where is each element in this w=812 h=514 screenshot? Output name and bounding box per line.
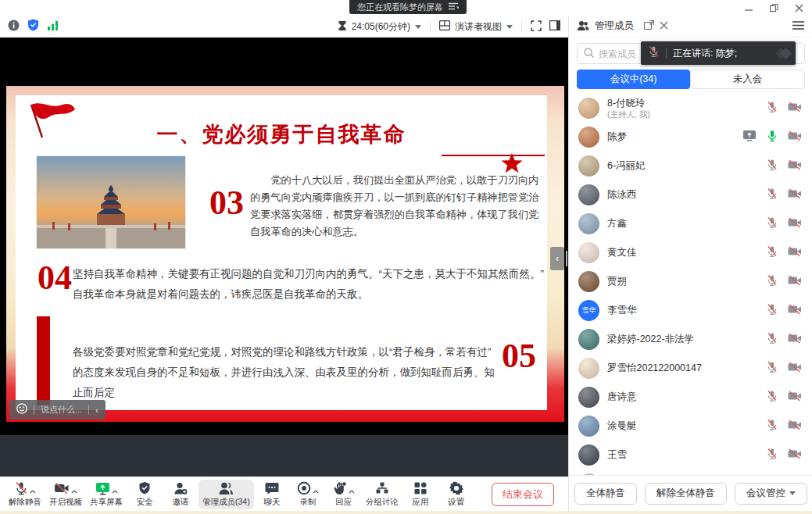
record-icon: [297, 481, 311, 498]
member-name: 8-付晓玲: [607, 98, 650, 109]
meeting-control-button[interactable]: 会议管控: [735, 483, 807, 505]
toolbar-reactions[interactable]: 回应: [326, 480, 362, 509]
search-icon: [584, 47, 594, 61]
member-list[interactable]: 8-付晓玲 (主持人, 我) 陈梦 6-冯丽妃 陈泳西 方鑫: [569, 94, 812, 478]
collapse-chat-icon[interactable]: ‹: [95, 405, 98, 415]
fullscreen-icon[interactable]: [531, 20, 542, 34]
mic-muted-icon[interactable]: [767, 332, 778, 348]
speaking-tooltip: 正在讲话: 陈梦;: [641, 41, 796, 65]
network-signal-icon[interactable]: [47, 20, 59, 34]
mic-on-icon[interactable]: [767, 130, 778, 145]
member-row[interactable]: 8-付晓玲 (主持人, 我): [569, 94, 812, 123]
toolbar-manage-members[interactable]: 管理成员(34): [199, 480, 254, 509]
camera-off-icon[interactable]: [788, 130, 802, 145]
toolbar-invite[interactable]: 邀请: [163, 480, 199, 509]
mic-muted-icon[interactable]: [767, 419, 778, 434]
toolbar-security[interactable]: 安全: [127, 480, 163, 509]
mic-muted-icon[interactable]: [767, 159, 778, 174]
camera-off-icon[interactable]: [788, 217, 802, 231]
view-mode-selector[interactable]: 演讲者视图: [455, 20, 502, 34]
camera-off-icon[interactable]: [788, 333, 802, 347]
member-status-icons: [767, 274, 802, 290]
toolbar-start-video[interactable]: 开启视频: [45, 480, 86, 509]
member-row[interactable]: 陈泳西: [569, 180, 812, 209]
camera-off-icon[interactable]: [788, 448, 802, 462]
security-shield-icon[interactable]: [27, 19, 39, 34]
emoji-icon[interactable]: [16, 403, 27, 417]
minimize-button[interactable]: [740, 2, 757, 13]
tab-in-meeting[interactable]: 会议中(34): [577, 70, 690, 89]
camera-off-icon[interactable]: [788, 304, 802, 318]
member-row[interactable]: 6-冯丽妃: [569, 152, 812, 180]
chat-placeholder[interactable]: 说点什么...: [41, 404, 82, 416]
member-name: 唐诗意: [607, 391, 637, 402]
popout-panel-icon[interactable]: [644, 20, 654, 32]
chevron-up-icon[interactable]: [71, 483, 77, 497]
unmute-all-button[interactable]: 解除全体静音: [645, 483, 727, 505]
member-row[interactable]: 梁婷婷-2022-非法学: [569, 325, 812, 354]
camera-off-icon[interactable]: [788, 362, 802, 376]
toolbar-record[interactable]: 录制: [290, 480, 326, 509]
side-panel-toggle-icon[interactable]: [549, 20, 560, 33]
member-row[interactable]: 贾朔: [569, 267, 812, 296]
toolbar-breakout-rooms[interactable]: 分组讨论: [362, 480, 402, 509]
member-row[interactable]: 王雪: [569, 441, 812, 469]
camera-off-icon[interactable]: [788, 159, 802, 173]
view-list-icon[interactable]: [449, 2, 459, 12]
quick-chat-bar[interactable]: 说点什么... ‹: [9, 400, 106, 419]
camera-off-icon[interactable]: [788, 419, 802, 434]
mic-muted-icon[interactable]: [767, 101, 778, 116]
mic-muted-icon[interactable]: [767, 245, 778, 261]
camera-off-icon[interactable]: [788, 246, 802, 260]
close-window-button[interactable]: [790, 2, 807, 13]
member-row[interactable]: 涂曼艇: [569, 412, 812, 441]
camera-off-icon[interactable]: [788, 102, 802, 116]
gear-icon: [449, 481, 463, 498]
camera-off-icon[interactable]: [788, 275, 802, 289]
member-role: (主持人, 我): [607, 109, 650, 119]
toolbar-chat[interactable]: 聊天: [254, 480, 290, 509]
member-status-icons: [767, 390, 802, 405]
mic-muted-icon[interactable]: [767, 361, 778, 377]
member-row[interactable]: 陈梦: [569, 123, 812, 152]
panel-collapse-handle[interactable]: ‹: [550, 247, 564, 270]
member-row[interactable]: 黄文佳: [569, 238, 812, 267]
screen-share-view: 一、党必须勇于自我革命: [0, 37, 568, 435]
timer-caret-icon[interactable]: [415, 25, 421, 29]
view-mode-caret-icon[interactable]: [506, 25, 513, 29]
mic-muted-icon[interactable]: [767, 303, 778, 319]
mic-muted-icon[interactable]: [767, 187, 778, 203]
mic-muted-icon[interactable]: [767, 274, 778, 290]
mic-muted-icon[interactable]: [767, 448, 778, 463]
chevron-up-icon[interactable]: [112, 483, 118, 497]
toolbar-unmute[interactable]: 解除静音: [5, 480, 45, 509]
chevron-up-icon[interactable]: [313, 483, 319, 497]
member-name-block: 唐诗意: [607, 391, 637, 402]
tab-not-joined[interactable]: 未入会: [690, 70, 805, 89]
mute-all-button[interactable]: 全体静音: [574, 483, 637, 505]
mic-muted-icon: [648, 45, 660, 61]
member-name-block: 贾朔: [607, 276, 627, 287]
member-name: 6-冯丽妃: [607, 160, 646, 171]
meeting-timer[interactable]: 24:05(60分钟): [352, 20, 410, 34]
chevron-up-icon[interactable]: [349, 483, 355, 497]
member-row[interactable]: 雪华 李雪华: [569, 296, 812, 325]
toolbar-settings[interactable]: 设置: [438, 480, 474, 509]
chevron-up-icon[interactable]: [30, 483, 36, 497]
member-row[interactable]: 方鑫: [569, 209, 812, 238]
camera-off-icon[interactable]: [788, 188, 802, 202]
meeting-info-icon[interactable]: [8, 20, 20, 34]
mic-muted-icon[interactable]: [767, 216, 778, 232]
mic-muted-icon[interactable]: [767, 390, 778, 405]
camera-off-icon[interactable]: [788, 391, 802, 405]
member-row[interactable]: 唐诗意: [569, 383, 812, 412]
toolbar-apps[interactable]: 应用: [402, 480, 438, 509]
close-panel-icon[interactable]: [660, 21, 668, 32]
point-number: 04: [38, 258, 72, 298]
restore-button[interactable]: [765, 2, 782, 13]
screen-share-icon[interactable]: [742, 130, 757, 145]
panel-menu-icon[interactable]: [792, 21, 804, 32]
toolbar-share-screen[interactable]: 共享屏幕: [86, 480, 127, 509]
member-row[interactable]: 罗雪怡202122000147: [569, 354, 812, 383]
end-meeting-button[interactable]: 结束会议: [492, 483, 554, 506]
